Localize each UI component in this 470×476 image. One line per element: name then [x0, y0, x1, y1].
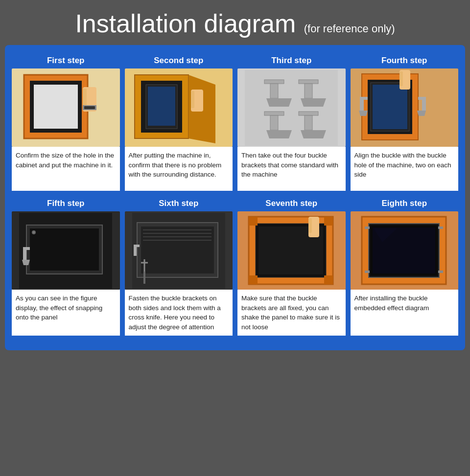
svg-rect-15 [264, 80, 284, 84]
step-8-label: Eighth step [351, 196, 459, 211]
svg-rect-59 [143, 272, 145, 284]
step-4-image [351, 68, 459, 147]
svg-rect-13 [191, 91, 194, 108]
svg-rect-16 [270, 84, 278, 98]
svg-rect-24 [299, 112, 318, 115]
main-container: First step Confirm the size of the hole … [5, 45, 465, 350]
step-7-cell: Seventh step Make s [237, 196, 346, 336]
svg-rect-2 [34, 85, 78, 129]
step-8-cell: Eighth step After i [351, 196, 459, 336]
svg-rect-68 [324, 275, 333, 284]
svg-rect-42 [23, 247, 30, 250]
step-7-image [237, 211, 346, 290]
step-5-label: Fifth step [12, 196, 120, 211]
step-3-cell: Third step [237, 53, 346, 191]
step-3-label: Third step [237, 53, 346, 68]
step-6-cell: Sixth step [125, 196, 233, 336]
step-7-desc: Make sure that the buckle brackets are a… [237, 290, 346, 336]
svg-rect-41 [30, 228, 99, 271]
svg-marker-33 [359, 111, 368, 116]
step-2-image [125, 68, 233, 147]
step-4-label: Fourth step [351, 53, 459, 68]
step-1-label: First step [12, 53, 120, 68]
step-1-image [12, 68, 120, 147]
svg-rect-43 [23, 250, 26, 260]
step-2-cell: Second step After putting the [125, 53, 233, 191]
svg-rect-67 [249, 275, 258, 284]
svg-rect-74 [365, 227, 370, 229]
top-grid: First step Confirm the size of the hole … [12, 53, 458, 191]
svg-rect-75 [438, 227, 443, 229]
svg-marker-26 [301, 130, 326, 138]
svg-rect-35 [422, 100, 426, 111]
svg-rect-11 [148, 87, 175, 126]
svg-rect-55 [134, 245, 140, 247]
svg-rect-76 [365, 271, 370, 273]
step-8-image [351, 211, 459, 290]
svg-marker-17 [266, 98, 292, 107]
svg-rect-66 [324, 217, 333, 226]
step-5-cell: Fifth step As you can see in t [12, 196, 120, 336]
svg-rect-77 [438, 271, 443, 273]
step-8-desc: After installing the buckle embedded eff… [351, 290, 459, 336]
step-3-desc: Then take out the four buckle brackets t… [237, 147, 346, 191]
svg-rect-31 [360, 97, 368, 100]
bottom-grid: Fifth step As you can see in t [12, 196, 458, 336]
subtitle: (for reference only) [304, 23, 395, 35]
svg-rect-38 [400, 71, 403, 86]
step-2-label: Second step [125, 53, 233, 68]
svg-rect-56 [134, 247, 137, 256]
header: Installation diagram (for reference only… [0, 0, 470, 45]
svg-rect-19 [305, 84, 312, 98]
step-1-desc: Confirm the size of the hole in the cabi… [12, 147, 120, 191]
step-1-cell: First step Confirm the size of the hole … [12, 53, 120, 191]
step-3-image [237, 68, 346, 147]
svg-rect-18 [299, 80, 318, 84]
step-6-label: Sixth step [125, 196, 233, 211]
step-6-desc: Fasten the buckle brackets on both sides… [125, 290, 233, 336]
svg-rect-34 [418, 97, 426, 100]
step-4-cell: Fourth step [351, 53, 459, 191]
step-5-image [12, 211, 120, 290]
svg-marker-36 [417, 111, 426, 116]
svg-rect-6 [84, 106, 95, 109]
svg-rect-22 [270, 115, 278, 130]
step-2-desc: After putting the machine in, confirm th… [125, 147, 233, 191]
svg-rect-25 [305, 115, 312, 130]
svg-rect-65 [249, 217, 258, 226]
step-5-desc: As you can see in the figure display, th… [12, 290, 120, 336]
svg-rect-64 [308, 218, 312, 233]
step-6-image [125, 211, 233, 290]
svg-rect-30 [373, 85, 407, 129]
title: Installation diagram [75, 9, 296, 38]
svg-rect-32 [360, 100, 364, 111]
step-4-desc: Align the buckle with the buckle hole of… [351, 147, 459, 191]
svg-rect-21 [264, 112, 284, 115]
step-7-label: Seventh step [237, 196, 346, 211]
svg-marker-20 [301, 98, 326, 107]
svg-marker-23 [266, 130, 292, 138]
